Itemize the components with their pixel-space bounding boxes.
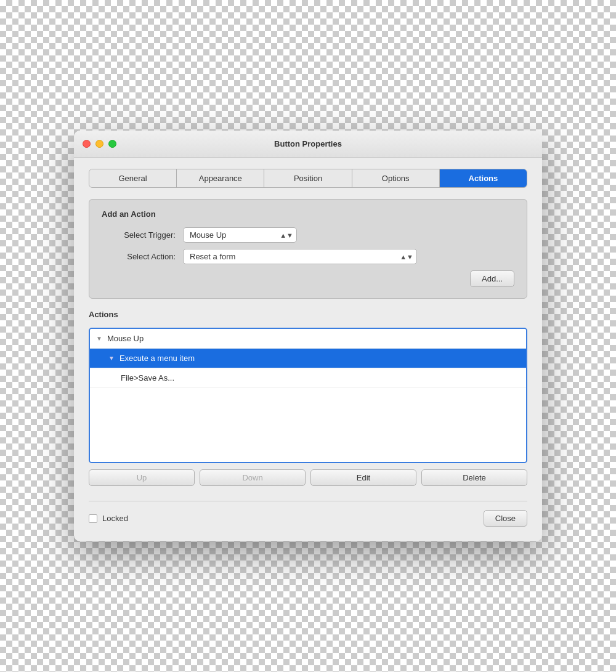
close-button[interactable]: Close — [484, 510, 527, 527]
trigger-label: Select Trigger: — [102, 230, 176, 240]
bottom-bar: Locked Close — [89, 501, 527, 527]
delete-button[interactable]: Delete — [421, 469, 527, 486]
traffic-lights — [83, 140, 116, 148]
tab-actions[interactable]: Actions — [440, 169, 527, 187]
maximize-traffic-light[interactable] — [108, 140, 116, 148]
tree-label-file-save: File>Save As... — [121, 373, 174, 383]
dialog-content: General Appearance Position Options Acti… — [74, 158, 542, 541]
actions-section: Actions ▼ Mouse Up ▼ Execute a menu item… — [89, 310, 527, 486]
actions-tree: ▼ Mouse Up ▼ Execute a menu item File>Sa… — [89, 328, 527, 463]
title-bar: Button Properties — [74, 131, 542, 158]
chevron-execute-menu: ▼ — [108, 355, 115, 362]
minimize-traffic-light[interactable] — [95, 140, 103, 148]
add-button-row: Add... — [102, 270, 514, 287]
edit-button[interactable]: Edit — [310, 469, 416, 486]
locked-label: Locked — [102, 514, 128, 523]
tree-row-execute-menu[interactable]: ▼ Execute a menu item — [90, 349, 526, 368]
action-select-wrapper: Reset a form Execute a menu item Go to a… — [183, 249, 417, 264]
tree-label-execute-menu: Execute a menu item — [120, 354, 195, 363]
trigger-select[interactable]: Mouse Up Mouse Down Mouse Enter Mouse Ex… — [183, 227, 297, 243]
trigger-row: Select Trigger: Mouse Up Mouse Down Mous… — [102, 227, 514, 243]
tree-row-mouse-up[interactable]: ▼ Mouse Up — [90, 329, 526, 349]
add-action-section: Add an Action Select Trigger: Mouse Up M… — [89, 199, 527, 299]
chevron-mouse-up: ▼ — [96, 335, 102, 342]
action-label: Select Action: — [102, 252, 176, 261]
tree-label-mouse-up: Mouse Up — [107, 334, 144, 343]
action-select[interactable]: Reset a form Execute a menu item Go to a… — [183, 249, 417, 264]
down-button[interactable]: Down — [200, 469, 306, 486]
locked-checkbox[interactable] — [89, 514, 97, 523]
tree-row-file-save[interactable]: File>Save As... — [90, 368, 526, 388]
trigger-select-wrapper: Mouse Up Mouse Down Mouse Enter Mouse Ex… — [183, 227, 297, 243]
window-title: Button Properties — [274, 139, 342, 148]
add-button[interactable]: Add... — [470, 270, 514, 287]
tab-general[interactable]: General — [89, 169, 177, 187]
tab-appearance[interactable]: Appearance — [177, 169, 264, 187]
locked-row: Locked — [89, 514, 128, 523]
actions-section-title: Actions — [89, 310, 527, 319]
action-row: Select Action: Reset a form Execute a me… — [102, 249, 514, 264]
add-action-title: Add an Action — [102, 209, 514, 219]
close-traffic-light[interactable] — [83, 140, 91, 148]
tree-empty-space — [90, 388, 526, 462]
tab-options[interactable]: Options — [352, 169, 440, 187]
tab-bar: General Appearance Position Options Acti… — [89, 169, 527, 188]
action-button-row: Up Down Edit Delete — [89, 469, 527, 486]
dialog-window: Button Properties General Appearance Pos… — [74, 131, 542, 541]
up-button[interactable]: Up — [89, 469, 195, 486]
tab-position[interactable]: Position — [264, 169, 352, 187]
